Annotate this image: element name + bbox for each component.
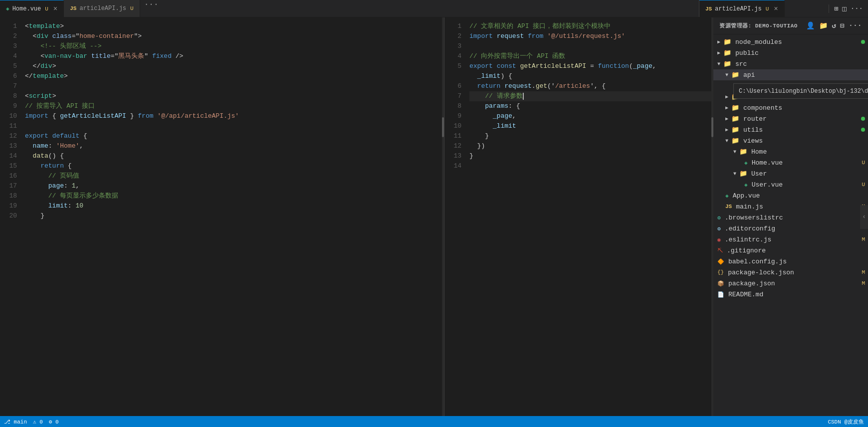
- folder-icon: 📁: [731, 137, 739, 145]
- code-line: limit: 10: [25, 201, 442, 211]
- tab-label: Home.vue: [12, 5, 41, 12]
- chevron-icon: ▶: [717, 50, 720, 56]
- babel-file-icon: 🔶: [717, 258, 724, 265]
- left-line-numbers: 12345 678910 1112131415 1617181920: [0, 17, 21, 416]
- left-code-content[interactable]: <template> <div class="home-container"> …: [21, 17, 442, 416]
- main-area: 12345 678910 1112131415 1617181920 <temp…: [0, 17, 868, 416]
- left-code-area: 12345 678910 1112131415 1617181920 <temp…: [0, 17, 444, 416]
- vue-icon: ◈: [6, 5, 9, 12]
- js-file-icon: JS: [737, 83, 744, 89]
- config-file-icon2: ⚙: [717, 225, 721, 232]
- collapse-icon[interactable]: ⊟: [840, 21, 845, 30]
- tree-item-utils[interactable]: ▶ 📁 utils: [713, 124, 868, 135]
- tree-item-label: babel.config.js: [728, 258, 787, 265]
- npm-file-icon: 📦: [717, 280, 724, 287]
- chevron-icon: ▼: [717, 61, 720, 67]
- chevron-icon: ▶: [725, 105, 728, 111]
- left-editor: 12345 678910 1112131415 1617181920 <temp…: [0, 17, 444, 416]
- tree-item-user-folder[interactable]: ▼ 📁 User: [713, 168, 868, 179]
- tab-articleapi-js-right[interactable]: JS articleAPI.js U ×: [699, 0, 785, 17]
- code-line: }: [469, 131, 711, 141]
- code-line: [469, 161, 711, 171]
- config-file-icon: ⚙: [717, 214, 721, 221]
- tree-item-assets[interactable]: ▶ 📁 assets: [713, 91, 868, 102]
- right-code-area: 12345 6789 1011121314 // 文章相关的 API 接口，都封…: [444, 17, 713, 416]
- tree-item-readme[interactable]: 📄 README.md: [713, 289, 868, 300]
- tab-articleapi-js[interactable]: JS articleAPI.js U: [64, 0, 140, 17]
- tree-item-babel[interactable]: 🔶 babel.config.js: [713, 256, 868, 267]
- code-line: name: 'Home',: [25, 141, 442, 151]
- modified-badge: M: [862, 280, 865, 286]
- tree-item-app-vue[interactable]: ◈ App.vue: [713, 190, 868, 201]
- modified-badge: U: [862, 83, 865, 89]
- tree-item-api[interactable]: ▼ 📁 api: [713, 69, 868, 80]
- tree-item-user-vue[interactable]: ◈ User.vue U: [713, 179, 868, 190]
- tree-item-label: node_modules: [735, 38, 782, 46]
- code-line: [469, 41, 711, 51]
- tree-item-views[interactable]: ▼ 📁 views: [713, 135, 868, 146]
- tree-item-userapi[interactable]: JS userAPI.js U: [713, 80, 868, 91]
- refresh-icon[interactable]: ↺: [832, 21, 836, 30]
- tree-item-components[interactable]: ▶ 📁 components: [713, 102, 868, 113]
- tree-item-label: assets: [743, 93, 767, 101]
- code-line: page: 1,: [25, 181, 442, 191]
- tree-item-label: public: [735, 49, 759, 57]
- tab-home-vue[interactable]: ◈ Home.vue U ×: [0, 0, 64, 17]
- git-branch[interactable]: ⎇ main: [4, 419, 27, 425]
- js-file-icon: JS: [725, 204, 732, 210]
- vue-file-icon: ◈: [744, 160, 748, 166]
- tree-item-main-js[interactable]: JS main.js M: [713, 201, 868, 212]
- tree-item-editorconfig[interactable]: ⚙ .editorconfig: [713, 223, 868, 234]
- chevron-icon: ▼: [725, 138, 728, 144]
- status-bar: ⎇ main ⚠ 0 ⚙ 0 CSDN @皮皮鱼: [0, 416, 868, 427]
- split-editor-icon[interactable]: ◫: [842, 4, 846, 13]
- tree-item-home-folder[interactable]: ▼ 📁 Home: [713, 146, 868, 157]
- right-tab-group: JS articleAPI.js U ×: [699, 0, 829, 17]
- right-code-content[interactable]: // 文章相关的 API 接口，都封装到这个模块中 import request…: [465, 17, 711, 416]
- chevron-icon: ▶: [725, 127, 728, 133]
- tree-item-eslintrc[interactable]: ◉ .eslintrc.js M: [713, 234, 868, 245]
- sidebar-title: 资源管理器: DEMO-TOUTIAO: [719, 22, 798, 29]
- code-line: }: [469, 151, 711, 161]
- sidebar-header-icons: ⊞ ◫ ···: [829, 4, 868, 13]
- tree-item-browserslistrc[interactable]: ⚙ .browserslistrc: [713, 212, 868, 223]
- chevron-icon: ▶: [725, 94, 728, 100]
- new-folder-icon[interactable]: 📁: [819, 21, 828, 30]
- status-dot: [861, 128, 865, 132]
- compare-icon[interactable]: ⊞: [834, 4, 838, 13]
- code-line: // 文章相关的 API 接口，都封装到这个模块中: [469, 21, 711, 31]
- collapse-sidebar-arrow[interactable]: ‹: [860, 205, 868, 229]
- code-line: }): [469, 141, 711, 151]
- warning-count[interactable]: ⚙ 0: [49, 419, 59, 425]
- tree-item-home-vue[interactable]: ◈ Home.vue U: [713, 157, 868, 168]
- tree-item-label: api: [743, 71, 755, 79]
- tree-item-src[interactable]: ▼ 📁 src: [713, 58, 868, 69]
- folder-icon: 📁: [739, 148, 747, 156]
- code-line: // 向外按需导出一个 API 函数: [469, 51, 711, 61]
- code-line: </template>: [25, 71, 442, 81]
- tree-item-node-modules[interactable]: ▶ 📁 node_modules: [713, 36, 868, 47]
- tree-item-router[interactable]: ▶ 📁 router: [713, 113, 868, 124]
- tree-item-package-lock[interactable]: {} package-lock.json M: [713, 267, 868, 278]
- chevron-icon: ▶: [725, 116, 728, 122]
- more-sidebar-icon[interactable]: ···: [849, 21, 862, 30]
- code-line: return {: [25, 161, 442, 171]
- tab-label: articleAPI.js: [79, 5, 126, 12]
- tree-item-label: Home: [751, 148, 767, 156]
- modified-badge: M: [862, 236, 865, 242]
- tab-close-icon[interactable]: ×: [53, 5, 57, 13]
- vue-file-icon: ◈: [744, 182, 748, 188]
- more-actions-icon[interactable]: ···: [851, 4, 863, 12]
- error-count[interactable]: ⚠ 0: [33, 419, 43, 425]
- new-file-icon[interactable]: 👤: [806, 21, 815, 30]
- tab-close-icon2[interactable]: ×: [774, 5, 778, 13]
- tab-overflow-menu[interactable]: ···: [140, 0, 163, 17]
- code-line: <template>: [25, 21, 442, 31]
- folder-icon: 📁: [723, 60, 731, 68]
- tree-item-public[interactable]: ▶ 📁 public: [713, 47, 868, 58]
- sidebar-header-icons: 👤 📁 ↺ ⊟ ···: [806, 21, 862, 30]
- tree-item-label: README.md: [728, 291, 763, 298]
- tree-item-gitignore[interactable]: ⛏ .gitignore: [713, 245, 868, 256]
- tree-item-package-json[interactable]: 📦 package.json M: [713, 278, 868, 289]
- status-bar-right: CSDN @皮皮鱼: [828, 418, 864, 426]
